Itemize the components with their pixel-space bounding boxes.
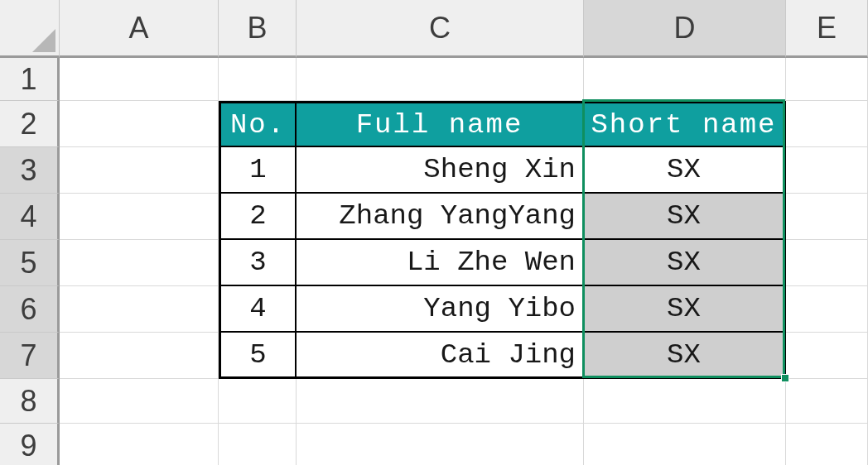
table-cell-fullname[interactable]: Yang Yibo (297, 286, 584, 333)
cell-D9[interactable] (584, 424, 786, 465)
cell-A1[interactable] (60, 58, 219, 101)
cell-E7[interactable] (786, 333, 868, 379)
cell-A5[interactable] (60, 240, 219, 286)
svg-marker-0 (32, 29, 55, 52)
table-cell-shortname[interactable]: SX (584, 333, 786, 379)
column-header-B[interactable]: B (219, 0, 297, 58)
cell-C9[interactable] (297, 424, 584, 465)
cell-A9[interactable] (60, 424, 219, 465)
row-header-6[interactable]: 6 (0, 286, 60, 333)
table-cell-shortname[interactable]: SX (584, 286, 786, 333)
cell-E5[interactable] (786, 240, 868, 286)
cell-E3[interactable] (786, 147, 868, 194)
row-header-2[interactable]: 2 (0, 101, 60, 147)
cell-B8[interactable] (219, 379, 297, 424)
row-header-1[interactable]: 1 (0, 58, 60, 101)
select-all-triangle-icon (32, 29, 55, 52)
cell-A7[interactable] (60, 333, 219, 379)
table-header-no[interactable]: No. (219, 101, 297, 147)
table-cell-shortname[interactable]: SX (584, 240, 786, 286)
cell-E4[interactable] (786, 194, 868, 240)
cell-B9[interactable] (219, 424, 297, 465)
column-header-C[interactable]: C (297, 0, 584, 58)
cell-A8[interactable] (60, 379, 219, 424)
column-header-E[interactable]: E (786, 0, 868, 58)
table-cell-shortname[interactable]: SX (584, 194, 786, 240)
cell-C1[interactable] (297, 58, 584, 101)
cell-A6[interactable] (60, 286, 219, 333)
table-header-short[interactable]: Short name (584, 101, 786, 147)
cell-E8[interactable] (786, 379, 868, 424)
cell-E9[interactable] (786, 424, 868, 465)
row-header-8[interactable]: 8 (0, 379, 60, 424)
row-header-7[interactable]: 7 (0, 333, 60, 379)
cell-D8[interactable] (584, 379, 786, 424)
table-cell-no[interactable]: 3 (219, 240, 297, 286)
column-header-D[interactable]: D (584, 0, 786, 58)
table-cell-fullname[interactable]: Li Zhe Wen (297, 240, 584, 286)
table-cell-fullname[interactable]: Sheng Xin (297, 147, 584, 194)
row-header-3[interactable]: 3 (0, 147, 60, 194)
cell-E1[interactable] (786, 58, 868, 101)
table-cell-no[interactable]: 2 (219, 194, 297, 240)
table-header-full[interactable]: Full name (297, 101, 584, 147)
row-header-5[interactable]: 5 (0, 240, 60, 286)
table-cell-fullname[interactable]: Cai Jing (297, 333, 584, 379)
cell-E6[interactable] (786, 286, 868, 333)
cell-C8[interactable] (297, 379, 584, 424)
cell-A3[interactable] (60, 147, 219, 194)
column-header-A[interactable]: A (60, 0, 219, 58)
table-cell-no[interactable]: 1 (219, 147, 297, 194)
cell-D1[interactable] (584, 58, 786, 101)
cell-A2[interactable] (60, 101, 219, 147)
cell-E2[interactable] (786, 101, 868, 147)
row-header-9[interactable]: 9 (0, 424, 60, 465)
table-cell-no[interactable]: 4 (219, 286, 297, 333)
select-all-corner[interactable] (0, 0, 60, 58)
table-cell-fullname[interactable]: Zhang YangYang (297, 194, 584, 240)
table-cell-shortname[interactable]: SX (584, 147, 786, 194)
table-cell-no[interactable]: 5 (219, 333, 297, 379)
cell-A4[interactable] (60, 194, 219, 240)
cell-B1[interactable] (219, 58, 297, 101)
spreadsheet-grid[interactable]: { "columns": { "labels": ["A", "B", "C",… (0, 0, 868, 465)
row-header-4[interactable]: 4 (0, 194, 60, 240)
